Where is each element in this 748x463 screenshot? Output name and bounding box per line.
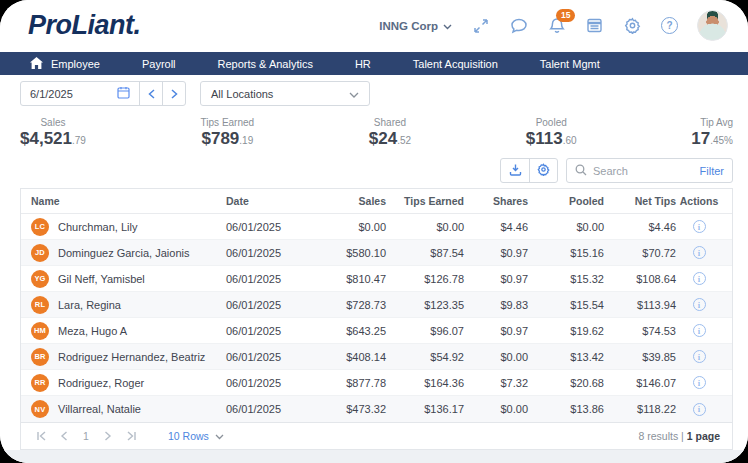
cell-pooled: $13.86 — [528, 403, 604, 415]
cell-date: 06/01/2025 — [226, 351, 318, 363]
cell-net-tips: $74.53 — [604, 325, 676, 337]
stat-sales: Sales $4,521.79 — [20, 117, 86, 149]
tips-table: Name Date Sales Tips Earned Shares Poole… — [20, 188, 733, 450]
employee-initials-avatar: HM — [31, 322, 49, 340]
cell-tips-earned: $123.35 — [386, 299, 464, 311]
col-pooled[interactable]: Pooled — [528, 195, 604, 207]
nav-item-talent-acquisition[interactable]: Talent Acquisition — [413, 58, 498, 70]
row-info-icon[interactable]: i — [693, 220, 706, 233]
table-row[interactable]: LC Churchman, Lily 06/01/2025 $0.00 $0.0… — [21, 214, 732, 240]
table-row[interactable]: RL Lara, Regina 06/01/2025 $728.73 $123.… — [21, 292, 732, 318]
table-row[interactable]: RR Rodriguez, Roger 06/01/2025 $877.78 $… — [21, 370, 732, 396]
download-icon — [509, 162, 522, 180]
download-button[interactable] — [501, 159, 529, 182]
chat-icon[interactable] — [509, 16, 528, 35]
cell-net-tips: $108.64 — [604, 273, 676, 285]
filter-button[interactable]: Filter — [700, 165, 724, 177]
row-info-icon[interactable]: i — [693, 324, 706, 337]
top-header: ProLiant. INNG Corp — [0, 0, 748, 52]
row-info-icon[interactable]: i — [693, 376, 706, 389]
filter-controls: 6/1/2025 All Locations — [20, 81, 733, 106]
employee-name: Rodriguez, Roger — [58, 377, 144, 389]
bottom-strip — [0, 450, 748, 463]
main-nav: Employee Payroll Reports & Analytics HR … — [0, 52, 748, 76]
search-icon — [575, 162, 587, 180]
cell-sales: $810.47 — [318, 273, 386, 285]
cell-pooled: $19.62 — [528, 325, 604, 337]
table-row[interactable]: HM Meza, Hugo A 06/01/2025 $643.25 $96.0… — [21, 318, 732, 344]
cell-shares: $0.97 — [464, 247, 528, 259]
prev-page-icon[interactable] — [56, 428, 72, 444]
user-avatar[interactable] — [697, 10, 728, 41]
cell-pooled: $20.68 — [528, 377, 604, 389]
search-box: Filter — [566, 158, 733, 183]
chevron-down-icon — [349, 88, 359, 100]
col-tips-earned[interactable]: Tips Earned — [386, 195, 464, 207]
employee-initials-avatar: NV — [31, 400, 49, 418]
col-shares[interactable]: Shares — [464, 195, 528, 207]
nav-item-reports-analytics[interactable]: Reports & Analytics — [218, 58, 313, 70]
next-page-icon[interactable] — [100, 428, 116, 444]
row-info-icon[interactable]: i — [693, 298, 706, 311]
app-window: ProLiant. INNG Corp — [0, 0, 748, 463]
cell-pooled: $15.32 — [528, 273, 604, 285]
first-page-icon[interactable] — [33, 428, 49, 444]
table-row[interactable]: YG Gil Neff, Yamisbel 06/01/2025 $810.47… — [21, 266, 732, 292]
nav-item-hr[interactable]: HR — [355, 58, 371, 70]
cell-net-tips: $146.07 — [604, 377, 676, 389]
cell-tips-earned: $164.36 — [386, 377, 464, 389]
date-input[interactable]: 6/1/2025 — [21, 82, 139, 105]
next-date-button[interactable] — [162, 82, 185, 105]
notifications-bell-icon[interactable]: 15 — [547, 16, 566, 35]
rows-per-page-select[interactable]: 10 Rows — [168, 430, 224, 442]
row-info-icon[interactable]: i — [693, 350, 706, 363]
row-info-icon[interactable]: i — [693, 272, 706, 285]
nav-item-payroll[interactable]: Payroll — [142, 58, 176, 70]
cell-net-tips: $113.94 — [604, 299, 676, 311]
col-sales[interactable]: Sales — [318, 195, 386, 207]
company-selector[interactable]: INNG Corp — [379, 20, 452, 32]
table-row[interactable]: BR Rodriguez Hernandez, Beatriz 06/01/20… — [21, 344, 732, 370]
col-name[interactable]: Name — [31, 195, 226, 207]
summary-stats: Sales $4,521.79 Tips Earned $789.19 Shar… — [20, 117, 733, 149]
cell-sales: $643.25 — [318, 325, 386, 337]
last-page-icon[interactable] — [123, 428, 139, 444]
table-header: Name Date Sales Tips Earned Shares Poole… — [21, 189, 732, 214]
expand-icon[interactable] — [471, 16, 490, 35]
row-info-icon[interactable]: i — [693, 403, 706, 416]
cell-shares: $0.00 — [464, 403, 528, 415]
stat-pooled: Pooled $113.60 — [526, 117, 577, 149]
col-net-tips[interactable]: Net Tips — [604, 195, 676, 207]
cell-date: 06/01/2025 — [226, 325, 318, 337]
employee-initials-avatar: JD — [31, 244, 49, 262]
column-settings-button[interactable] — [529, 159, 557, 182]
cell-tips-earned: $136.17 — [386, 403, 464, 415]
help-icon[interactable]: ? — [661, 17, 678, 34]
schedule-icon[interactable] — [585, 16, 604, 35]
gear-icon[interactable] — [623, 16, 642, 35]
chevron-down-icon — [443, 20, 452, 32]
cell-shares: $0.97 — [464, 325, 528, 337]
table-footer: 1 10 Rows 8 results | 1 page — [21, 422, 732, 449]
cell-pooled: $0.00 — [528, 221, 604, 233]
table-toolbar: Filter — [20, 158, 733, 183]
location-select[interactable]: All Locations — [200, 81, 370, 106]
employee-initials-avatar: RR — [31, 374, 49, 392]
col-date[interactable]: Date — [226, 195, 318, 207]
table-row[interactable]: NV Villarreal, Natalie 06/01/2025 $473.3… — [21, 396, 732, 422]
proliant-logo: ProLiant. — [28, 10, 141, 41]
nav-item-employee[interactable]: Employee — [30, 57, 100, 71]
search-input[interactable] — [593, 165, 694, 177]
nav-item-talent-mgmt[interactable]: Talent Mgmt — [540, 58, 600, 70]
cell-net-tips: $118.22 — [604, 403, 676, 415]
table-row[interactable]: JD Dominguez Garcia, Jaionis 06/01/2025 … — [21, 240, 732, 266]
cell-sales: $728.73 — [318, 299, 386, 311]
stat-tips-earned: Tips Earned $789.19 — [201, 117, 255, 149]
prev-date-button[interactable] — [139, 82, 162, 105]
cell-sales: $877.78 — [318, 377, 386, 389]
row-info-icon[interactable]: i — [693, 246, 706, 259]
cell-sales: $0.00 — [318, 221, 386, 233]
cell-shares: $0.97 — [464, 273, 528, 285]
cell-sales: $408.14 — [318, 351, 386, 363]
cell-tips-earned: $54.92 — [386, 351, 464, 363]
